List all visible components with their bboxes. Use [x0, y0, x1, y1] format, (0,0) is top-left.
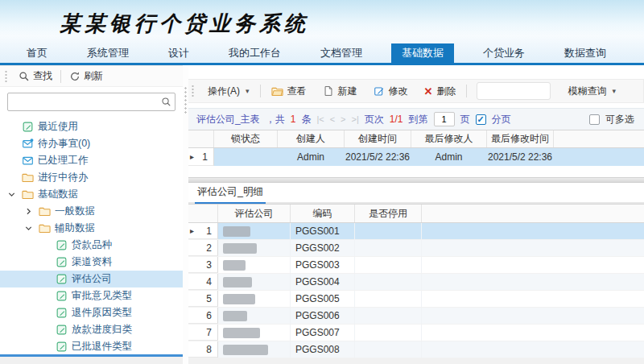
detail-column-header[interactable]: 编码 [291, 205, 355, 222]
chevron-down-icon[interactable] [23, 224, 34, 233]
tree-item-label: 贷款品种 [72, 238, 112, 252]
detail-column-header[interactable]: 是否停用 [355, 205, 422, 222]
sidebar-item-general-data[interactable]: 一般数据 [0, 203, 183, 220]
sidebar-item-channel-info[interactable]: 渠道资料 [0, 254, 183, 271]
modify-button[interactable]: 修改 [366, 81, 415, 101]
sidebar-item-auxiliary-data[interactable]: 辅助数据 [0, 220, 183, 237]
horizontal-splitter[interactable] [188, 177, 644, 183]
paging-checkbox[interactable] [476, 114, 486, 125]
sidebar-bottom-fill [0, 357, 183, 364]
app-window: 某某银行个贷业务系统 首页系统管理设计我的工作台文档管理基础数据个贷业务数据查询… [0, 0, 644, 364]
tree-search-box[interactable] [7, 93, 175, 111]
row-number-cell: 6 [188, 308, 218, 324]
refresh-button[interactable]: 刷新 [63, 66, 109, 86]
count-unit: 条 [301, 113, 311, 126]
redacted-company-name [223, 226, 250, 237]
redacted-company-name [223, 260, 246, 271]
sidebar-item-base-data[interactable]: 基础数据 [0, 186, 183, 203]
detail-table-row[interactable]: 2PGGS002 [188, 240, 644, 257]
refresh-icon [69, 71, 80, 82]
pager-prev-icon[interactable]: < [330, 114, 335, 124]
pager-next-icon[interactable]: > [341, 114, 345, 124]
doc-edit-icon [55, 239, 68, 252]
new-button[interactable]: 新建 [316, 81, 365, 101]
vertical-splitter[interactable] [183, 65, 188, 364]
detail-cell-disabled [355, 325, 422, 341]
detail-table-row[interactable]: 6PGGS006 [188, 308, 644, 325]
sidebar-item-assessment-company[interactable]: 评估公司 [0, 271, 183, 287]
bottom-fill [188, 358, 644, 364]
chevron-right-icon[interactable] [23, 207, 34, 216]
tree-item-label: 辅助数据 [55, 221, 95, 235]
toolbar-grip[interactable] [191, 85, 195, 97]
find-button[interactable]: 查找 [12, 66, 59, 86]
tab-document-management[interactable]: 文档管理 [310, 43, 373, 63]
search-icon[interactable] [157, 97, 175, 107]
tab-design[interactable]: 设计 [158, 43, 200, 63]
delete-x-icon: ✕ [424, 86, 433, 97]
sidebar-item-recently-used[interactable]: 最近使用 [0, 118, 183, 135]
detail-table-row[interactable]: 8PGGS008 [188, 341, 644, 358]
detail-tab[interactable]: 评估公司_明细 [195, 185, 266, 204]
pager-last-icon[interactable]: >| [352, 114, 359, 124]
delete-button[interactable]: ✕ 删除 [417, 81, 464, 101]
row-marker-icon: ▸ [190, 152, 194, 161]
fuzzy-query-label: 模糊查询 [568, 85, 606, 98]
detail-cell-code: PGGS005 [291, 291, 355, 307]
sidebar-item-loan-variety[interactable]: 贷款品种 [0, 237, 183, 254]
tree-search-input[interactable] [8, 93, 157, 110]
folder-open-icon [271, 85, 283, 97]
detail-cell-company [218, 223, 291, 239]
folder-icon [38, 222, 51, 235]
detail-cell-company [218, 291, 291, 307]
delete-button-label: 删除 [436, 85, 456, 98]
tab-data-query[interactable]: 数据查询 [554, 43, 617, 63]
detail-table-row[interactable]: ▸1PGGS001 [188, 223, 644, 240]
row-number-cell: 3 [188, 257, 218, 273]
detail-table-row[interactable]: 7PGGS007 [188, 325, 644, 341]
redacted-company-name [223, 277, 252, 287]
fuzzy-query-button[interactable]: 模糊查询 ▾ [560, 81, 623, 101]
master-column-header[interactable]: 创建时间 [345, 130, 411, 147]
chevron-down-icon[interactable] [6, 190, 17, 199]
tab-base-data[interactable]: 基础数据 [391, 43, 454, 63]
multiselect-checkbox[interactable] [589, 114, 600, 125]
chevron-down-icon: ▾ [612, 87, 616, 95]
sidebar-item-in-progress-todo[interactable]: 进行中待办 [0, 169, 183, 186]
row-number-header [188, 205, 218, 222]
filter-input[interactable] [477, 82, 551, 100]
master-table-row[interactable]: ▸1Admin2021/5/2 22:36Admin2021/5/2 22:36 [188, 148, 644, 166]
toolbar-grip[interactable] [4, 70, 8, 83]
master-column-header[interactable]: 创建人 [278, 130, 345, 147]
sidebar-item-return-reason-type[interactable]: 退件原因类型 [0, 304, 183, 321]
refresh-button-label: 刷新 [84, 69, 103, 83]
tab-home[interactable]: 首页 [16, 43, 58, 63]
tab-personal-loan[interactable]: 个贷业务 [473, 43, 535, 63]
main-top-gap [188, 65, 644, 79]
new-button-label: 新建 [338, 85, 357, 98]
detail-table-row[interactable]: 3PGGS003 [188, 257, 644, 274]
pager-first-icon[interactable]: |< [316, 114, 324, 124]
sidebar-item-loan-progress-category[interactable]: 放款进度归类 [0, 321, 183, 338]
detail-column-header[interactable]: 评估公司 [218, 205, 291, 222]
sidebar-item-todo-items[interactable]: 待办事宜(0) [0, 135, 183, 152]
detail-table-row[interactable]: 5PGGS005 [188, 291, 644, 308]
toolbar-separator [466, 85, 467, 97]
splitter-grip-dots [184, 86, 187, 115]
row-number-cell: 8 [188, 341, 218, 358]
toolbar-separator [260, 85, 261, 97]
view-button[interactable]: 查看 [264, 81, 314, 101]
tab-my-workbench[interactable]: 我的工作台 [218, 43, 291, 63]
sidebar-tree: 最近使用待办事宜(0)已处理工作进行中待办基础数据一般数据辅助数据贷款品种渠道资… [0, 114, 183, 354]
goto-page-input[interactable] [434, 112, 455, 126]
view-button-label: 查看 [287, 85, 307, 98]
sidebar-item-approval-opinion-type[interactable]: 审批意见类型 [0, 287, 183, 304]
sidebar-item-approved-return-type[interactable]: 已批退件类型 [0, 338, 183, 354]
sidebar-item-processed-work[interactable]: 已处理工作 [0, 152, 183, 169]
master-column-header[interactable]: 最后修改时间 [487, 130, 554, 147]
operate-menu-button[interactable]: 操作(A) ▾ [200, 81, 257, 101]
master-column-header[interactable]: 最后修改人 [411, 130, 487, 147]
detail-table-row[interactable]: 4PGGS004 [188, 274, 644, 291]
master-column-header[interactable]: 锁状态 [214, 130, 278, 147]
tab-system-management[interactable]: 系统管理 [76, 43, 139, 63]
